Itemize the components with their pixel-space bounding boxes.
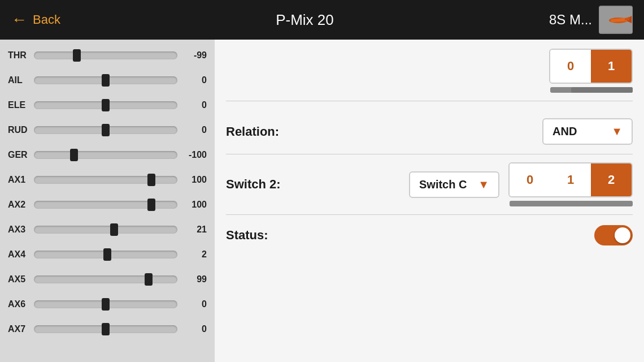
slider-track-ax6[interactable] bbox=[34, 299, 177, 310]
relation-label: Relation: bbox=[226, 124, 279, 139]
slider-value-ax2: 100 bbox=[177, 200, 207, 210]
right-panel: 0 1 Relation: AND ▼ Swit bbox=[215, 40, 644, 362]
relation-section: Relation: AND ▼ bbox=[226, 109, 633, 154]
relation-dropdown[interactable]: AND ▼ bbox=[542, 118, 633, 145]
slider-value-ax7: 0 bbox=[177, 324, 207, 334]
slider-row-ax1: AX1100 bbox=[8, 169, 207, 191]
switch2-dropdown-value: Switch C bbox=[419, 178, 467, 191]
sliders-panel: THR-99AIL0ELE0RUD0GER-100AX1100AX2100AX3… bbox=[0, 40, 215, 362]
slider-thumb-ax5 bbox=[145, 273, 153, 286]
switch1-section: 0 1 bbox=[226, 49, 633, 101]
slider-value-ax4: 2 bbox=[177, 249, 207, 260]
switch1-indicator bbox=[550, 87, 633, 93]
slider-value-ax6: 0 bbox=[177, 299, 207, 309]
slider-row-ax3: AX321 bbox=[8, 218, 207, 241]
back-arrow-icon: ← bbox=[11, 11, 27, 29]
slider-thumb-thr bbox=[73, 49, 81, 62]
slider-thumb-ax7 bbox=[102, 323, 110, 335]
back-button[interactable]: ← Back bbox=[11, 11, 60, 29]
slider-row-ax5: AX599 bbox=[8, 268, 207, 291]
slider-row-ele: ELE0 bbox=[8, 94, 207, 117]
slider-row-ax2: AX2100 bbox=[8, 193, 207, 216]
slider-row-ger: GER-100 bbox=[8, 144, 207, 166]
slider-value-thr: -99 bbox=[177, 50, 207, 61]
slider-label-ger: GER bbox=[8, 150, 34, 160]
switch1-btn-0[interactable]: 0 bbox=[550, 50, 591, 83]
back-label: Back bbox=[33, 12, 60, 27]
switch2-wrapper: 0 1 2 bbox=[508, 162, 633, 206]
status-section: Status: bbox=[226, 223, 633, 245]
slider-label-ax6: AX6 bbox=[8, 299, 34, 309]
slider-label-rud: RUD bbox=[8, 125, 34, 135]
model-icon bbox=[599, 6, 633, 34]
slider-thumb-ax2 bbox=[147, 199, 155, 211]
slider-row-ail: AIL0 bbox=[8, 69, 207, 92]
slider-thumb-ail bbox=[102, 74, 110, 87]
slider-label-ax1: AX1 bbox=[8, 175, 34, 185]
slider-value-ax5: 99 bbox=[177, 274, 207, 285]
slider-value-ax1: 100 bbox=[177, 175, 207, 185]
slider-thumb-ax1 bbox=[147, 174, 155, 186]
slider-track-ax7[interactable] bbox=[34, 324, 177, 335]
switch2-btn-1[interactable]: 1 bbox=[550, 163, 591, 196]
switch2-indicator bbox=[510, 201, 633, 206]
slider-label-ax3: AX3 bbox=[8, 225, 34, 235]
status-toggle-container bbox=[594, 225, 633, 245]
switch2-btn-0[interactable]: 0 bbox=[510, 163, 550, 196]
switch1-buttons: 0 1 bbox=[226, 49, 633, 93]
main-content: THR-99AIL0ELE0RUD0GER-100AX1100AX2100AX3… bbox=[0, 40, 644, 362]
slider-thumb-ax4 bbox=[103, 248, 111, 261]
slider-track-ail[interactable] bbox=[34, 75, 177, 86]
header-right: 8S M... bbox=[549, 6, 633, 34]
slider-label-thr: THR bbox=[8, 50, 34, 61]
slider-track-ax5[interactable] bbox=[34, 274, 177, 285]
page-title: P-Mix 20 bbox=[276, 11, 334, 29]
slider-value-ax3: 21 bbox=[177, 225, 207, 235]
slider-track-rud[interactable] bbox=[34, 124, 177, 136]
slider-thumb-ax3 bbox=[110, 223, 118, 236]
slider-thumb-ele bbox=[102, 99, 110, 111]
model-name: 8S M... bbox=[549, 12, 592, 28]
slider-track-ger[interactable] bbox=[34, 149, 177, 161]
switch2-section: Switch 2: Switch C ▼ 0 1 2 bbox=[226, 162, 633, 215]
slider-track-ax1[interactable] bbox=[34, 174, 177, 186]
switch2-dropdown-arrow-icon: ▼ bbox=[478, 178, 489, 191]
slider-label-ax7: AX7 bbox=[8, 324, 34, 334]
slider-label-ax5: AX5 bbox=[8, 274, 34, 285]
switch1-btn-group: 0 1 bbox=[549, 49, 633, 84]
slider-value-ger: -100 bbox=[177, 150, 207, 160]
switch2-dropdown[interactable]: Switch C ▼ bbox=[409, 171, 499, 198]
slider-row-ax4: AX42 bbox=[8, 243, 207, 266]
slider-track-ax2[interactable] bbox=[34, 199, 177, 210]
switch2-label: Switch 2: bbox=[226, 177, 281, 192]
toggle-knob bbox=[615, 227, 630, 243]
slider-label-ax2: AX2 bbox=[8, 200, 34, 210]
slider-value-ele: 0 bbox=[177, 100, 207, 110]
slider-thumb-ger bbox=[70, 149, 78, 161]
slider-row-rud: RUD0 bbox=[8, 119, 207, 141]
slider-value-rud: 0 bbox=[177, 125, 207, 135]
switch2-btn-group: 0 1 2 bbox=[508, 162, 633, 197]
slider-track-ax4[interactable] bbox=[34, 249, 177, 260]
switch2-btn-2[interactable]: 2 bbox=[591, 163, 632, 196]
slider-thumb-rud bbox=[102, 124, 110, 136]
slider-label-ele: ELE bbox=[8, 100, 34, 110]
status-label: Status: bbox=[226, 228, 268, 243]
slider-value-ail: 0 bbox=[177, 75, 207, 85]
app-header: ← Back P-Mix 20 8S M... bbox=[0, 0, 644, 40]
slider-row-thr: THR-99 bbox=[8, 44, 207, 67]
slider-label-ax4: AX4 bbox=[8, 249, 34, 260]
relation-dropdown-arrow-icon: ▼ bbox=[611, 125, 623, 138]
relation-value: AND bbox=[552, 125, 577, 138]
slider-track-ele[interactable] bbox=[34, 100, 177, 111]
status-toggle[interactable] bbox=[594, 225, 633, 245]
slider-row-ax6: AX60 bbox=[8, 293, 207, 316]
slider-track-thr[interactable] bbox=[34, 50, 177, 61]
slider-thumb-ax6 bbox=[102, 298, 110, 311]
slider-track-ax3[interactable] bbox=[34, 224, 177, 235]
slider-row-ax7: AX70 bbox=[8, 318, 207, 341]
switch1-btn-1[interactable]: 1 bbox=[591, 50, 632, 83]
slider-label-ail: AIL bbox=[8, 75, 34, 85]
